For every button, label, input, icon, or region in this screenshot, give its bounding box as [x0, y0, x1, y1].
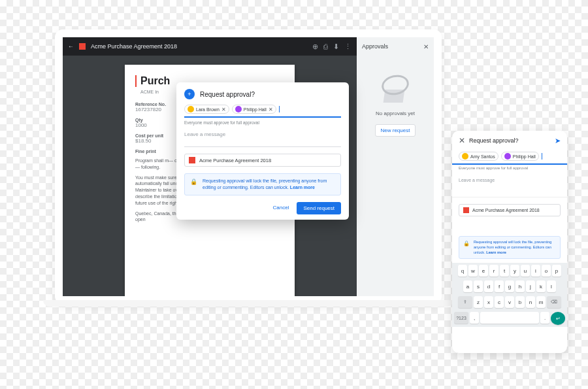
key-s[interactable]: s: [474, 280, 483, 292]
send-request-button[interactable]: Send request: [297, 202, 341, 214]
key-h[interactable]: h: [515, 280, 525, 292]
approver-chip[interactable]: Amy Santos: [459, 152, 498, 161]
key-t[interactable]: t: [500, 265, 509, 277]
approver-chip[interactable]: Philipp Hall: [501, 152, 539, 161]
mobile-message-input[interactable]: Leave a message: [452, 171, 567, 197]
key-w[interactable]: w: [468, 265, 478, 277]
chip-label: Philipp Hall: [244, 107, 267, 112]
key-z[interactable]: z: [474, 296, 483, 308]
cancel-button[interactable]: Cancel: [270, 202, 292, 214]
message-input[interactable]: Leave a message: [184, 130, 341, 147]
chip-label: Amy Santos: [470, 154, 495, 159]
key-v[interactable]: v: [505, 296, 514, 308]
back-arrow-icon[interactable]: ←: [68, 43, 74, 50]
key-c[interactable]: c: [495, 296, 504, 308]
message-placeholder: Leave a message: [459, 178, 495, 182]
close-icon[interactable]: ✕: [459, 136, 465, 145]
lock-info-banner: 🔒 Requesting approval will lock the file…: [184, 173, 341, 195]
mobile-dialog-title: Request approval?: [469, 137, 519, 144]
shift-key[interactable]: ⇧: [458, 296, 472, 308]
key-f[interactable]: f: [495, 280, 504, 292]
chip-label: Lara Brown: [196, 107, 220, 112]
empty-state-text: No approvals yet: [357, 110, 434, 116]
key-u[interactable]: u: [521, 265, 530, 277]
info-text: Requesting approval will lock the file, …: [474, 240, 551, 254]
close-icon[interactable]: ✕: [423, 43, 429, 50]
soft-keyboard[interactable]: qwertyuiop asdfghjkl ⇧zxcvbnm⌫ ?123,.↵: [452, 263, 567, 327]
document-title: Acme Purchase Agreement 2018: [91, 43, 177, 50]
backspace-key[interactable]: ⌫: [547, 296, 561, 308]
numeric-key[interactable]: ?123: [454, 312, 468, 324]
chip-remove-icon[interactable]: ✕: [221, 107, 226, 112]
learn-more-link[interactable]: Learn more: [290, 185, 315, 190]
learn-more-link[interactable]: Learn more: [486, 250, 506, 254]
pdf-file-icon: [189, 157, 195, 163]
download-icon[interactable]: ⬇: [333, 42, 339, 51]
period-key[interactable]: .: [540, 312, 549, 324]
send-icon[interactable]: ➤: [555, 137, 561, 145]
key-o[interactable]: o: [542, 265, 551, 277]
mobile-helper-text: Everyone must approve for full approval: [452, 165, 567, 171]
key-a[interactable]: a: [463, 280, 472, 292]
more-icon[interactable]: ⋮: [344, 42, 351, 51]
lock-icon: 🔒: [190, 178, 197, 191]
pdf-file-icon: [79, 43, 86, 50]
approver-chip[interactable]: Philipp Hall ✕: [232, 105, 276, 114]
message-placeholder: Leave a message: [184, 131, 225, 137]
key-e[interactable]: e: [479, 265, 488, 277]
key-n[interactable]: n: [526, 296, 535, 308]
key-k[interactable]: k: [536, 280, 546, 292]
stamp-illustration: [376, 75, 414, 107]
approver-chip[interactable]: Lara Brown ✕: [184, 105, 229, 114]
key-b[interactable]: b: [515, 296, 525, 308]
avatar-icon: [235, 106, 242, 112]
key-x[interactable]: x: [484, 296, 493, 308]
dialog-title: Request approval?: [200, 91, 255, 98]
approvers-input[interactable]: Lara Brown ✕ Philipp Hall ✕: [184, 105, 341, 118]
approvers-helper-text: Everyone must approve for full approval: [184, 120, 341, 125]
chip-remove-icon[interactable]: ✕: [269, 107, 273, 112]
attachment-chip[interactable]: Acme Purchase Agreement 2018: [184, 154, 341, 167]
attachment-name: Acme Purchase Agreement 2018: [472, 208, 540, 212]
key-m[interactable]: m: [536, 296, 546, 308]
mobile-lock-info-banner: 🔒 Requesting approval will lock the file…: [459, 236, 561, 259]
key-g[interactable]: g: [505, 280, 514, 292]
request-approval-dialog: + Request approval? Lara Brown ✕ Philipp…: [176, 82, 349, 220]
add-to-drive-icon[interactable]: ⊕: [312, 42, 318, 51]
key-r[interactable]: r: [489, 265, 498, 277]
key-l[interactable]: l: [547, 280, 556, 292]
new-request-button[interactable]: New request: [375, 124, 416, 137]
key-j[interactable]: j: [526, 280, 535, 292]
key-q[interactable]: q: [458, 265, 467, 277]
enter-key[interactable]: ↵: [551, 312, 565, 325]
phone-frame: ✕ Request approval? ➤ Amy Santos Philipp…: [452, 131, 567, 353]
key-d[interactable]: d: [484, 280, 493, 292]
laptop-base: [43, 300, 453, 307]
avatar-icon: [504, 153, 511, 160]
sidepanel-title: Approvals: [362, 43, 388, 50]
pdf-file-icon: [463, 207, 469, 213]
print-icon[interactable]: ⎙: [323, 42, 328, 50]
mobile-attachment-chip[interactable]: Acme Purchase Agreement 2018: [459, 204, 561, 216]
attachment-name: Acme Purchase Agreement 2018: [199, 158, 271, 163]
avatar-icon: [188, 106, 194, 112]
person-add-icon: +: [184, 89, 195, 99]
chip-label: Philipp Hall: [513, 154, 536, 159]
key-i[interactable]: i: [531, 265, 540, 277]
lock-icon: 🔒: [463, 240, 470, 255]
space-key[interactable]: [480, 312, 539, 324]
text-cursor: [279, 106, 280, 112]
key-p[interactable]: p: [552, 265, 561, 277]
viewer-toolbar: ← Acme Purchase Agreement 2018 ⊕ ⎙ ⬇ ⋮: [63, 37, 357, 56]
comma-key[interactable]: ,: [470, 312, 479, 324]
avatar-icon: [462, 153, 468, 160]
mobile-approvers-input[interactable]: Amy Santos Philipp Hall: [452, 150, 567, 165]
key-y[interactable]: y: [510, 265, 519, 277]
approvals-sidepanel: Approvals ✕ No approvals yet New request: [357, 37, 434, 296]
text-cursor: [542, 153, 542, 160]
